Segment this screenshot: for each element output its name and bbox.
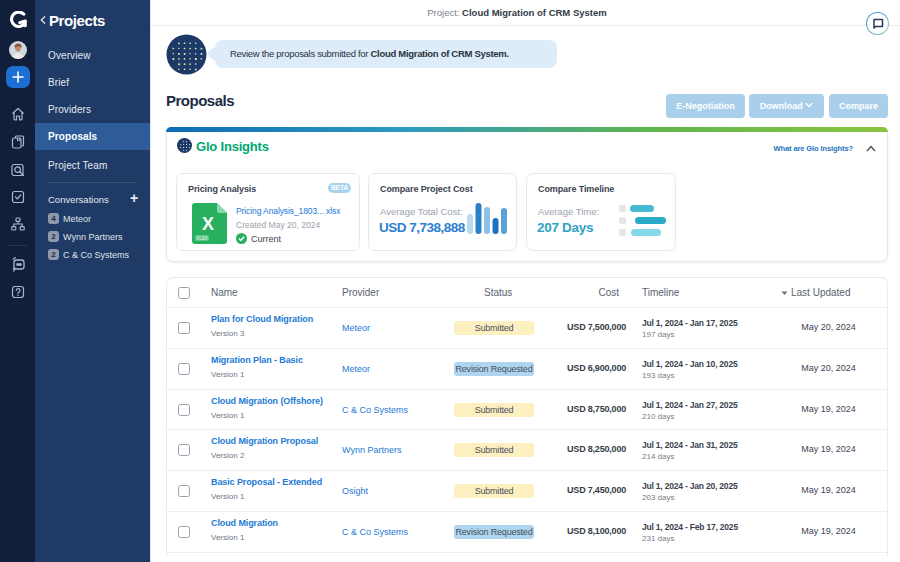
svg-text:XLSX: XLSX bbox=[196, 236, 208, 241]
svg-text:X: X bbox=[202, 214, 214, 234]
